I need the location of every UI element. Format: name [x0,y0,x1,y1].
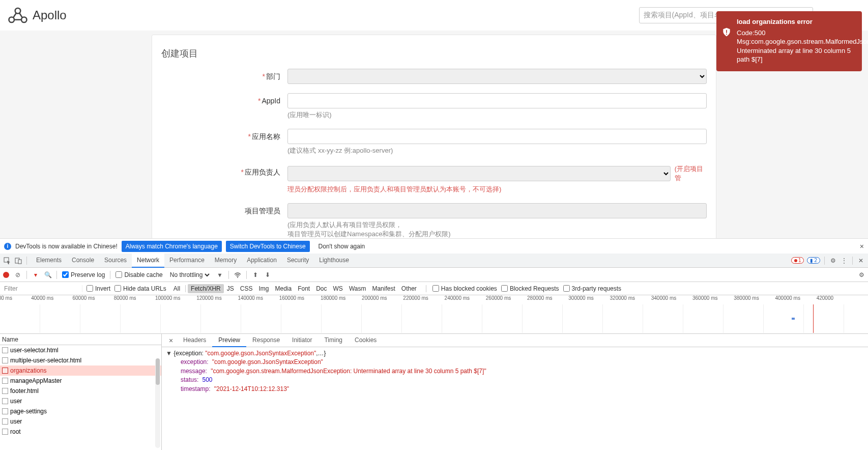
type-filter-js[interactable]: JS [224,284,237,293]
create-project-card: 创建项目 *部门 *AppId (应用唯一标识) *应用名称 (建议格式 xx-… [152,35,716,264]
devtools-tab-application[interactable]: Application [242,254,282,268]
owner-side-text: (开启项目管 [675,164,707,183]
timeline-tick: 320000 ms [610,295,635,301]
throttling-select[interactable]: No throttling [168,271,211,279]
owner-hint: 理员分配权限控制后，应用负责人和项目管理员默认为本账号，不可选择) [287,185,707,194]
download-icon[interactable]: ⬇ [264,271,271,278]
request-row[interactable]: page-settings [0,406,161,416]
type-filter-ws[interactable]: WS [330,284,346,293]
network-settings-icon[interactable]: ⚙ [858,271,865,278]
type-filter-font[interactable]: Font [295,284,313,293]
request-row[interactable]: organizations [0,365,161,376]
type-filter-fetch-xhr[interactable]: Fetch/XHR [188,284,224,293]
request-row[interactable]: user-selector.html [0,345,161,355]
request-name: root [10,428,21,435]
timeline-tick: 300000 ms [568,295,593,301]
error-toast: load organizations error Code:500 Msg:co… [716,11,862,71]
devtools-tab-elements[interactable]: Elements [31,254,67,268]
detail-tab-cookies[interactable]: Cookies [349,334,383,347]
detail-tab-initiator[interactable]: Initiator [286,334,318,347]
request-row[interactable]: root [0,427,161,437]
detail-tab-preview[interactable]: Preview [212,334,246,347]
detail-tab-timing[interactable]: Timing [318,334,349,347]
request-row[interactable]: manageAppMaster [0,376,161,386]
app-pane: Apollo 搜索项目(AppId、项目名) ? 帮助 La 创建项目 *部门 … [0,0,868,238]
request-row[interactable]: multiple-user-selector.html [0,355,161,365]
timeline-current-marker [813,304,814,333]
settings-gear-icon[interactable]: ⚙ [829,257,837,265]
dept-select[interactable] [287,69,707,84]
preserve-log-check[interactable]: Preserve log [62,271,105,278]
request-row[interactable]: footer.html [0,386,161,396]
timeline-tick: 420000 [817,295,833,301]
type-filter-doc[interactable]: Doc [313,284,330,293]
owner-label: 应用负责人 [245,168,280,176]
device-toggle-icon[interactable] [14,257,22,265]
invert-check[interactable]: Invert [86,285,110,292]
request-row[interactable]: user [0,416,161,427]
type-filter-manifest[interactable]: Manifest [369,284,398,293]
admin-input[interactable] [287,203,707,218]
owner-select[interactable] [287,166,671,181]
devtools-tab-security[interactable]: Security [282,254,314,268]
requests-column-name[interactable]: Name [0,334,161,345]
request-name: user-selector.html [10,347,59,354]
devtools-tab-network[interactable]: Network [132,254,164,268]
filter-input[interactable]: Filter [2,285,82,292]
throttle-caret-icon: ▾ [216,271,223,278]
type-filter-img[interactable]: Img [255,284,272,293]
hide-urls-check[interactable]: Hide data URLs [114,285,166,292]
blocked-cookies-check[interactable]: Has blocked cookies [432,285,497,292]
banner-dont-show-button[interactable]: Don't show again [314,240,370,252]
devtools-tab-performance[interactable]: Performance [164,254,210,268]
request-detail-panel: × HeadersPreviewResponseInitiatorTimingC… [162,334,868,450]
brand-logo[interactable]: Apollo [7,6,67,24]
devtools-tab-memory[interactable]: Memory [210,254,242,268]
network-timeline[interactable]: 20000 ms40000 ms60000 ms80000 ms100000 m… [0,295,868,334]
response-preview-json[interactable]: ▼ {exception: "com.google.gson.JsonSynta… [162,347,868,450]
third-party-check[interactable]: 3rd-party requests [563,285,621,292]
wifi-icon[interactable] [234,271,241,278]
banner-match-lang-button[interactable]: Always match Chrome's language [122,241,222,252]
more-vert-icon[interactable]: ⋮ [840,257,848,265]
file-icon [2,378,8,384]
devtools-tab-lighthouse[interactable]: Lighthouse [314,254,354,268]
inspect-icon[interactable] [3,257,11,265]
appname-hint: (建议格式 xx-yy-zz 例:apollo-server) [287,146,707,155]
detail-tab-response[interactable]: Response [246,334,286,347]
timeline-tick: 60000 ms [72,295,95,301]
type-filter-all[interactable]: All [170,284,183,293]
detail-tab-headers[interactable]: Headers [177,334,212,347]
timeline-tick: 200000 ms [362,295,387,301]
devtools-tab-sources[interactable]: Sources [99,254,132,268]
upload-icon[interactable]: ⬆ [252,271,259,278]
blocked-req-check[interactable]: Blocked Requests [501,285,559,292]
devtools-main-tabs: ElementsConsoleSourcesNetworkPerformance… [0,254,868,268]
appid-input[interactable] [287,93,707,108]
clear-button[interactable]: ⊘ [14,271,21,278]
filter-funnel-icon[interactable]: ▾ [32,271,39,278]
appname-input[interactable] [287,129,707,144]
issues-badge[interactable]: ▮ 2 [807,257,820,264]
devtools-tab-console[interactable]: Console [67,254,99,268]
detail-close-icon[interactable]: × [165,336,177,345]
file-icon [2,388,8,394]
banner-switch-chinese-button[interactable]: Switch DevTools to Chinese [226,241,310,252]
request-list-scrollbar[interactable] [155,358,160,448]
banner-msg: DevTools is now available in Chinese! [15,243,118,250]
type-filter-other[interactable]: Other [398,284,420,293]
request-row[interactable]: user [0,396,161,406]
type-filter-media[interactable]: Media [272,284,295,293]
disable-cache-check[interactable]: Disable cache [115,271,162,278]
info-icon: i [4,243,11,250]
type-filter-css[interactable]: CSS [237,284,256,293]
banner-close-icon[interactable]: × [860,242,864,250]
search-icon[interactable]: 🔍 [44,271,51,278]
network-split: Name user-selector.htmlmultiple-user-sel… [0,334,868,450]
errors-badge[interactable]: 1 [791,257,804,264]
toast-title: load organizations error [737,17,855,26]
record-button[interactable] [3,272,9,278]
devtools-close-icon[interactable]: ✕ [857,257,865,265]
type-filter-wasm[interactable]: Wasm [346,284,369,293]
timeline-tick: 160000 ms [279,295,304,301]
